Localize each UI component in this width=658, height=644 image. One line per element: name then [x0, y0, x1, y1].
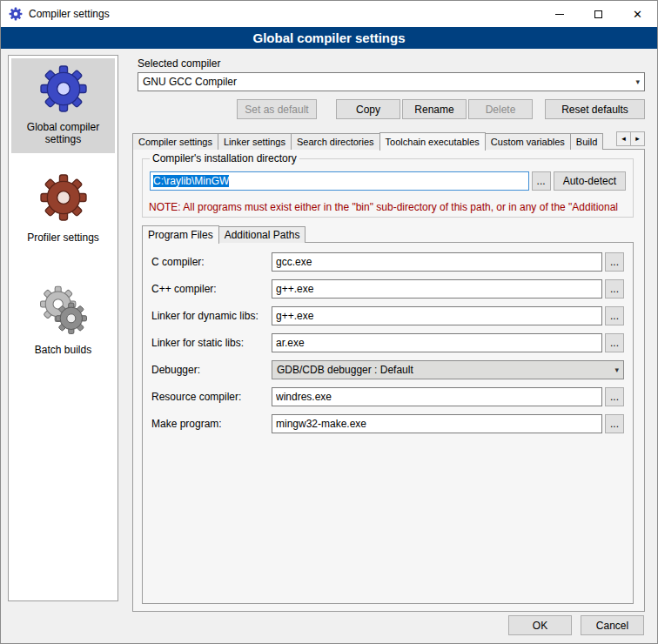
form-row-resource-compiler: Resource compiler: ... [151, 387, 624, 406]
settings-category-list: Global compiler settings Profiler settin… [8, 55, 118, 601]
maximize-button[interactable] [579, 1, 618, 27]
linker-static-label: Linker for static libs: [151, 337, 272, 349]
selected-compiler-value: GNU GCC Compiler [143, 76, 632, 88]
browse-button[interactable]: ... [605, 387, 624, 406]
resource-compiler-label: Resource compiler: [151, 391, 272, 403]
browse-button[interactable]: ... [605, 279, 624, 299]
tab-compiler-settings[interactable]: Compiler settings [132, 133, 218, 150]
program-files-panel: C compiler: ... C++ compiler: ... Linker… [142, 242, 634, 604]
settings-tab-bar: Compiler settings Linker settings Search… [132, 131, 645, 150]
cpp-compiler-input[interactable] [272, 279, 602, 299]
browse-installation-directory-button[interactable]: ... [532, 171, 551, 191]
sidebar-item-global-compiler-settings[interactable]: Global compiler settings [11, 58, 115, 153]
auto-detect-button[interactable]: Auto-detect [554, 171, 626, 191]
tab-scroll-right-button[interactable]: ▸ [630, 131, 645, 146]
cpp-compiler-label: C++ compiler: [151, 283, 272, 295]
subtab-program-files[interactable]: Program Files [142, 225, 219, 244]
form-row-make-program: Make program: ... [151, 414, 624, 433]
debugger-label: Debugger: [151, 364, 272, 376]
tab-custom-variables[interactable]: Custom variables [485, 133, 571, 150]
linker-dynamic-input[interactable] [272, 306, 602, 325]
form-row-cpp-compiler: C++ compiler: ... [151, 279, 624, 299]
linker-static-input[interactable] [272, 333, 602, 352]
sidebar-item-label: Batch builds [35, 344, 91, 356]
compiler-settings-window: Compiler settings ✕ Global compiler sett… [0, 0, 658, 644]
profiler-settings-icon [39, 171, 88, 224]
tab-toolchain-executables[interactable]: Toolchain executables [379, 132, 486, 151]
sidebar-item-label: Global compiler settings [13, 121, 113, 145]
installation-directory-selected-text: C:\raylib\MinGW [153, 175, 229, 187]
installation-directory-group-title: Compiler's installation directory [150, 152, 299, 164]
tab-scroll-buttons: ◂ ▸ [616, 131, 645, 146]
reset-defaults-button[interactable]: Reset defaults [545, 99, 645, 119]
installation-directory-input[interactable]: C:\raylib\MinGW [150, 171, 529, 191]
browse-button[interactable]: ... [605, 252, 624, 272]
tab-linker-settings[interactable]: Linker settings [218, 133, 292, 150]
cancel-button[interactable]: Cancel [581, 615, 644, 635]
minimize-button[interactable] [540, 1, 579, 27]
close-icon: ✕ [633, 9, 642, 20]
c-compiler-input[interactable] [272, 252, 602, 272]
subtab-additional-paths[interactable]: Additional Paths [218, 226, 306, 243]
program-files-tab-bar: Program Files Additional Paths [142, 225, 305, 243]
rename-button[interactable]: Rename [402, 99, 467, 119]
tab-scroll-left-button[interactable]: ◂ [616, 131, 631, 146]
selected-compiler-select[interactable]: GNU GCC Compiler ▾ [138, 72, 645, 91]
selected-compiler-label: Selected compiler [138, 57, 220, 70]
installation-directory-row: C:\raylib\MinGW ... Auto-detect [150, 171, 626, 191]
bin-subdirectory-note: NOTE: All programs must exist either in … [149, 201, 651, 213]
tab-scroll-right-icon: ▸ [635, 135, 640, 143]
ok-button[interactable]: OK [508, 615, 572, 635]
copy-button[interactable]: Copy [336, 99, 400, 119]
tab-scroll-left-icon: ◂ [621, 135, 626, 143]
sidebar-item-label: Profiler settings [27, 231, 99, 244]
browse-button[interactable]: ... [605, 414, 624, 433]
chevron-down-icon: ▾ [635, 77, 640, 86]
sidebar-item-batch-builds[interactable]: Batch builds [11, 279, 115, 364]
batch-builds-gears-icon [38, 285, 89, 336]
make-program-label: Make program: [151, 418, 272, 430]
set-as-default-button: Set as default [237, 99, 317, 119]
maximize-icon [594, 10, 602, 18]
close-button[interactable]: ✕ [618, 1, 657, 27]
caption-buttons: ✕ [540, 1, 657, 27]
form-row-linker-static: Linker for static libs: ... [151, 333, 624, 352]
sidebar-item-profiler-settings[interactable]: Profiler settings [11, 165, 115, 252]
tab-build[interactable]: Build [570, 133, 603, 150]
toolchain-executables-panel: Compiler's installation directory C:\ray… [132, 149, 645, 612]
resource-compiler-input[interactable] [272, 387, 602, 406]
global-compiler-settings-gear-icon [39, 64, 88, 113]
form-row-linker-dynamic: Linker for dynamic libs: ... [151, 306, 624, 325]
chevron-down-icon: ▾ [614, 366, 619, 374]
window-icon [9, 7, 23, 21]
make-program-input[interactable] [272, 414, 602, 433]
window-title: Compiler settings [29, 8, 110, 20]
debugger-value: GDB/CDB debugger : Default [277, 364, 611, 376]
titlebar: Compiler settings ✕ [1, 1, 657, 27]
linker-dynamic-label: Linker for dynamic libs: [151, 310, 272, 322]
debugger-select[interactable]: GDB/CDB debugger : Default ▾ [272, 360, 624, 379]
form-row-debugger: Debugger: GDB/CDB debugger : Default ▾ [151, 360, 624, 379]
browse-button[interactable]: ... [605, 333, 624, 352]
main-panel: Selected compiler GNU GCC Compiler ▾ Set… [127, 55, 652, 614]
form-row-c-compiler: C compiler: ... [151, 252, 624, 272]
c-compiler-label: C compiler: [151, 256, 272, 268]
minimize-icon [555, 14, 564, 15]
tab-search-directories[interactable]: Search directories [291, 133, 380, 150]
compiler-actions-row: Set as default Copy Rename Delete Reset … [138, 99, 645, 119]
dialog-header: Global compiler settings [1, 27, 657, 49]
browse-button[interactable]: ... [605, 306, 624, 325]
delete-button: Delete [468, 99, 533, 119]
